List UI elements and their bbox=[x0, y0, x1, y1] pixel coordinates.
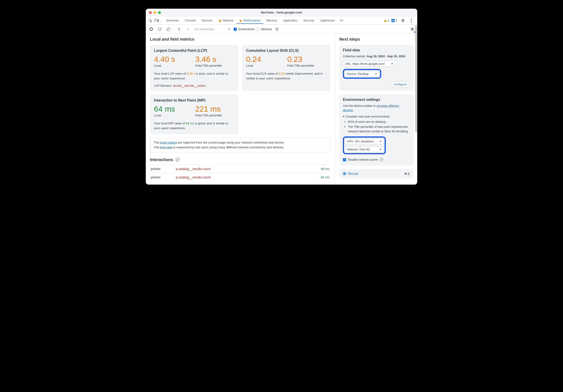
metrics-heading: Local and field metrics bbox=[150, 37, 330, 42]
environment-panel: Environment settings Use the device tool… bbox=[339, 94, 414, 166]
env-bullet: 82% of users are on desktop. bbox=[348, 119, 410, 124]
env-details[interactable]: Consider real user environments 82% of u… bbox=[343, 115, 410, 134]
tab-security[interactable]: Security bbox=[301, 17, 317, 24]
disable-cache-checkbox[interactable]: ✓ bbox=[343, 158, 346, 161]
warning-icon bbox=[218, 19, 221, 22]
url-select[interactable]: URL: https://fonts.google.com/▼ bbox=[343, 61, 395, 67]
lcp-note: Your local LCP value of 4.40 s is poor, … bbox=[154, 71, 234, 81]
cls-field-value: 0.23 bbox=[287, 55, 326, 64]
tab-lighthouse[interactable]: Lighthouse bbox=[317, 17, 337, 24]
field-data-link[interactable]: field data bbox=[160, 145, 172, 149]
tab-overflow[interactable] bbox=[338, 17, 345, 24]
window-titlebar: DevTools - fonts.google.com/ bbox=[146, 9, 417, 16]
memory-checkbox[interactable]: Memory bbox=[256, 27, 272, 31]
help-icon[interactable]: ? bbox=[380, 158, 383, 162]
tab-application[interactable]: Application bbox=[280, 17, 300, 24]
local-metrics-link[interactable]: local metrics bbox=[160, 141, 177, 144]
lcp-card: Largest Contentful Paint (LCP) 4.40 s Lo… bbox=[150, 45, 238, 91]
tab-performance[interactable]: Performance bbox=[237, 17, 263, 24]
cls-local-label: Local bbox=[246, 64, 285, 67]
env-bullet: The 75th percentile of real users experi… bbox=[348, 125, 410, 134]
chevron-down-icon: ▼ bbox=[228, 28, 230, 30]
inp-card: Interaction to Next Paint (INP) 64 ms Lo… bbox=[150, 95, 238, 134]
lcp-title: Largest Contentful Paint (LCP) bbox=[154, 49, 234, 53]
upload-profile-icon[interactable] bbox=[176, 26, 182, 33]
tab-memory[interactable]: Memory bbox=[264, 17, 280, 24]
lcp-field-value: 3.46 s bbox=[195, 55, 234, 64]
svg-rect-2 bbox=[158, 20, 159, 21]
disable-cache-label: Disable network cache bbox=[348, 157, 378, 162]
interactions-heading: Interactions bbox=[150, 157, 173, 162]
svg-rect-1 bbox=[155, 19, 157, 21]
lcp-element-row[interactable]: LCP Element div.tile__text.tile__roboto bbox=[154, 84, 234, 87]
device-select[interactable]: Device: Desktop▼ bbox=[345, 71, 379, 77]
chevron-down-icon: ▼ bbox=[379, 148, 382, 151]
chevron-down-icon: ▼ bbox=[379, 140, 382, 143]
environment-title: Environment settings bbox=[343, 98, 410, 102]
minimize-window-button[interactable] bbox=[154, 11, 156, 14]
lcp-local-value: 4.40 s bbox=[154, 55, 193, 64]
clear-icon[interactable] bbox=[165, 26, 172, 33]
device-select-highlight: Device: Desktop▼ bbox=[343, 69, 381, 79]
performance-toolbar: (no recordings) ▼ ✓ Screenshots Memory bbox=[146, 25, 417, 34]
cls-title: Cumulative Layout Shift (CLS) bbox=[246, 49, 326, 53]
record-panel: Record ⌘ E bbox=[339, 169, 414, 178]
interaction-row[interactable]: pointer p.catalog__results-count 64 ms bbox=[150, 173, 330, 181]
lcp-field-label: Field 75th percentile bbox=[195, 64, 234, 67]
tab-console[interactable]: Console bbox=[182, 17, 198, 24]
network-throttle-select[interactable]: Network: Fast 4G▼ bbox=[345, 146, 384, 152]
gc-icon[interactable] bbox=[273, 26, 280, 33]
chevron-down-icon: ▼ bbox=[375, 73, 377, 75]
throttling-highlight: CPU: 20× slowdown▼ Network: Fast 4G▼ bbox=[343, 136, 386, 154]
window-title: DevTools - fonts.google.com/ bbox=[146, 11, 417, 14]
cls-note: Your local CLS value of 0.24 needs impro… bbox=[246, 71, 326, 81]
cpu-throttle-select[interactable]: CPU: 20× slowdown▼ bbox=[345, 139, 384, 144]
cls-local-value: 0.24 bbox=[246, 55, 285, 64]
panel-settings-icon[interactable] bbox=[409, 26, 415, 33]
interaction-row[interactable]: pointer p.catalog__results-count 48 ms bbox=[150, 165, 330, 173]
field-data-title: Field data bbox=[343, 48, 410, 52]
inp-local-value: 64 ms bbox=[154, 105, 193, 113]
inp-field-label: Field 75th percentile bbox=[195, 114, 234, 117]
inp-local-label: Local bbox=[154, 114, 193, 117]
record-toggle-icon[interactable] bbox=[148, 26, 154, 33]
next-steps-heading: Next steps bbox=[339, 37, 414, 42]
cls-card: Cumulative Layout Shift (CLS) 0.24 Local… bbox=[242, 45, 331, 91]
lcp-local-label: Local bbox=[154, 64, 193, 67]
warnings-badge[interactable]: 1 bbox=[384, 19, 389, 22]
warning-icon bbox=[239, 19, 242, 22]
record-shortcut: ⌘ E bbox=[404, 172, 410, 175]
tab-elements[interactable]: Elements bbox=[164, 17, 182, 24]
settings-icon[interactable] bbox=[399, 17, 406, 24]
inp-note: Your local INP value of 64 ms is good, a… bbox=[154, 121, 234, 131]
recordings-select[interactable]: (no recordings) ▼ bbox=[193, 27, 232, 31]
field-data-panel: Field data Collection period: Aug 19, 20… bbox=[339, 45, 414, 91]
device-toolbar-icon[interactable] bbox=[154, 17, 160, 24]
warning-icon bbox=[384, 19, 387, 22]
more-options-icon[interactable] bbox=[408, 17, 414, 24]
download-profile-icon[interactable] bbox=[184, 26, 191, 33]
maximize-window-button[interactable] bbox=[158, 11, 161, 14]
issues-icon: ■ bbox=[391, 19, 395, 22]
reload-record-icon[interactable] bbox=[156, 26, 163, 33]
collection-period: Collection period: Aug 19, 2024 - Sep 15… bbox=[343, 54, 410, 59]
inp-field-value: 221 ms bbox=[195, 105, 234, 113]
tab-sources[interactable]: Sources bbox=[199, 17, 215, 24]
metrics-info-box: The local metrics are captured from the … bbox=[150, 138, 330, 152]
environment-hint: Use the device toolbar to simulate diffe… bbox=[343, 104, 410, 113]
clear-interactions-icon[interactable] bbox=[175, 158, 179, 162]
devtools-tab-bar: Elements Console Sources Network Perform… bbox=[146, 16, 417, 25]
close-window-button[interactable] bbox=[149, 11, 152, 14]
configure-button[interactable]: Configure bbox=[390, 81, 410, 87]
tab-network[interactable]: Network bbox=[216, 17, 236, 24]
record-icon bbox=[343, 172, 346, 175]
screenshots-checkbox[interactable]: ✓ Screenshots bbox=[234, 27, 255, 31]
env-details-summary[interactable]: Consider real user environments bbox=[343, 115, 410, 118]
issues-badge[interactable]: ■ 2 bbox=[391, 19, 397, 22]
scrollbar[interactable] bbox=[415, 25, 417, 184]
inspect-element-icon[interactable] bbox=[147, 17, 154, 24]
record-button[interactable]: Record bbox=[343, 172, 358, 175]
cls-field-label: Field 75th percentile bbox=[287, 64, 326, 67]
chevron-down-icon: ▼ bbox=[391, 63, 393, 65]
inp-title: Interaction to Next Paint (INP) bbox=[154, 98, 234, 103]
